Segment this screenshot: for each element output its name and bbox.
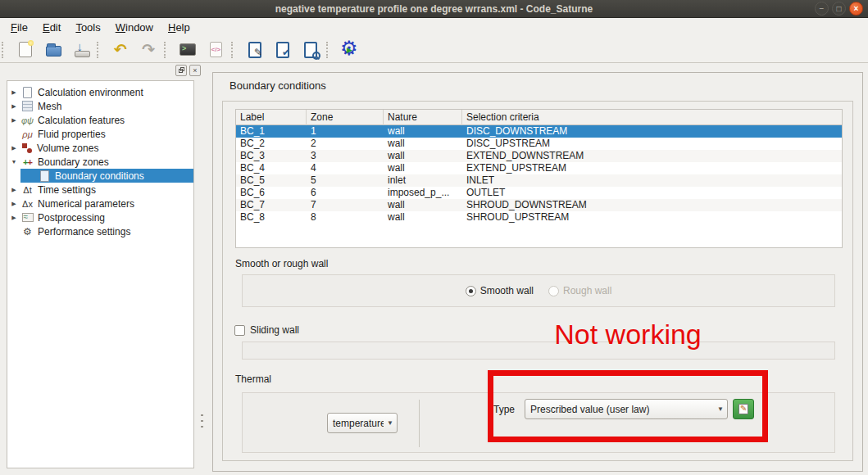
collapse-arrow-icon[interactable]: ▼ xyxy=(7,159,20,165)
tree-item-mesh[interactable]: ▶ Mesh xyxy=(7,99,193,113)
annotation-rectangle xyxy=(488,370,768,442)
navigation-tree: ▶ Calculation environment ▶ Mesh ▶ φψCal… xyxy=(7,80,194,468)
xml-code-icon xyxy=(210,42,222,57)
annotation-text: Not working xyxy=(525,319,730,351)
column-header-zone[interactable]: Zone xyxy=(307,110,384,125)
check-document-icon: ✔ xyxy=(276,42,289,58)
sliding-wall-label: Sliding wall xyxy=(250,324,299,336)
tree-item-fluid-properties[interactable]: ρμFluid properties xyxy=(7,127,193,141)
expand-arrow-icon[interactable]: ▶ xyxy=(7,215,20,221)
float-dock-button[interactable] xyxy=(175,65,187,76)
undo-button[interactable]: ↶ xyxy=(110,39,131,61)
column-header-criteria[interactable]: Selection criteria xyxy=(462,110,842,125)
expand-arrow-icon[interactable]: ▶ xyxy=(7,145,20,152)
tree-item-boundary-conditions[interactable]: Boundary conditions xyxy=(7,169,193,183)
window-controls: − □ × xyxy=(815,2,863,16)
close-button[interactable]: × xyxy=(849,2,863,16)
smooth-wall-option[interactable]: Smooth wall xyxy=(466,285,534,296)
expand-arrow-icon[interactable]: ▶ xyxy=(7,201,20,207)
rough-wall-option[interactable]: Rough wall xyxy=(548,285,611,296)
menu-file[interactable]: File xyxy=(3,19,35,36)
toolbar-handle xyxy=(97,42,102,58)
expand-arrow-icon[interactable]: ▶ xyxy=(7,89,20,96)
view-xml-button[interactable] xyxy=(205,39,226,61)
sliding-wall-checkbox[interactable] xyxy=(234,325,245,336)
expand-arrow-icon[interactable]: ▶ xyxy=(7,187,20,193)
redo-icon: ↷ xyxy=(142,42,155,57)
boundary-zones-icon: ++ xyxy=(21,156,34,168)
menu-tools[interactable]: Tools xyxy=(68,19,107,36)
page-title: Boundary conditions xyxy=(229,79,326,92)
menu-edit[interactable]: Edit xyxy=(35,19,68,36)
open-file-button[interactable] xyxy=(43,39,64,61)
toolbar: ↶ ↷ ✎ ✔ ⚙▶ xyxy=(0,37,868,63)
rho-mu-icon: ρμ xyxy=(21,128,34,140)
splitter-handle[interactable] xyxy=(201,414,203,429)
redo-button[interactable]: ↷ xyxy=(138,39,159,61)
thermal-label: Thermal xyxy=(235,373,271,385)
mesh-grid-icon xyxy=(21,100,34,112)
preview-document-button[interactable] xyxy=(300,39,321,61)
tree-item-volume-zones[interactable]: ▶ Volume zones xyxy=(7,141,193,155)
edit-document-icon: ✎ xyxy=(248,42,261,58)
menu-bar: File Edit Tools Window Help xyxy=(0,18,868,37)
smooth-rough-wall-groupbox: Smooth wall Rough wall xyxy=(242,274,835,307)
column-header-nature[interactable]: Nature xyxy=(384,110,462,125)
toolbar-handle xyxy=(326,42,331,58)
table-row[interactable]: BC_7 7 wall SHROUD_DOWNSTREAM xyxy=(236,199,842,211)
maximize-button[interactable]: □ xyxy=(832,2,846,16)
dock-titlebar-buttons: × xyxy=(175,65,201,76)
sliding-wall-row: Sliding wall xyxy=(234,324,299,336)
table-row[interactable]: BC_8 8 wall SHROUD_UPSTREAM xyxy=(236,211,842,224)
tree-item-time-settings[interactable]: ▶ ΔtTime settings xyxy=(7,183,193,197)
toolbar-handle xyxy=(164,42,169,58)
table-row[interactable]: BC_6 6 imposed_p_... OUTLET xyxy=(236,187,842,199)
tree-item-performance-settings[interactable]: ⚙Performance settings xyxy=(7,224,193,238)
expand-arrow-icon[interactable]: ▶ xyxy=(7,117,20,124)
tree-item-calculation-features[interactable]: ▶ φψCalculation features xyxy=(7,113,193,127)
chart-icon xyxy=(21,211,34,224)
minimize-button[interactable]: − xyxy=(815,2,829,16)
tree-item-numerical-parameters[interactable]: ▶ ΔxNumerical parameters xyxy=(7,197,193,210)
search-document-icon xyxy=(304,42,317,58)
table-row[interactable]: BC_5 5 inlet INLET xyxy=(236,174,842,187)
table-row[interactable]: BC_3 3 wall EXTEND_DOWNSTREAM xyxy=(236,150,842,162)
chevron-down-icon: ▼ xyxy=(384,419,397,427)
document-icon xyxy=(39,170,51,182)
tree-item-boundary-zones[interactable]: ▼ ++Boundary zones xyxy=(7,155,193,169)
save-icon xyxy=(74,42,89,57)
title-bar: negative temperature profile one degree … xyxy=(0,0,868,18)
edit-document-button[interactable]: ✎ xyxy=(244,39,266,61)
boundary-conditions-table: Label Zone Nature Selection criteria BC_… xyxy=(235,109,843,248)
close-dock-button[interactable]: × xyxy=(189,65,201,76)
table-header: Label Zone Nature Selection criteria xyxy=(236,110,842,125)
rough-wall-radio[interactable] xyxy=(548,286,559,296)
table-row[interactable]: BC_2 2 wall DISC_UPSTREAM xyxy=(236,138,842,150)
menu-window[interactable]: Window xyxy=(108,19,161,36)
new-file-button[interactable] xyxy=(15,39,36,61)
toolbar-handle xyxy=(2,42,7,58)
run-computation-button[interactable]: ⚙▶ xyxy=(339,39,361,61)
table-row[interactable]: BC_1 1 wall DISC_DOWNSTREAM xyxy=(236,125,842,138)
tree-item-postprocessing[interactable]: ▶ Postprocessing xyxy=(7,210,193,224)
toolbar-handle xyxy=(231,42,236,58)
terminal-icon xyxy=(180,43,196,56)
delta-t-icon: Δt xyxy=(21,183,34,196)
gear-icon: ⚙ xyxy=(21,225,34,238)
check-document-button[interactable]: ✔ xyxy=(272,39,293,61)
column-header-label[interactable]: Label xyxy=(236,110,307,125)
window-title: negative temperature profile one degree … xyxy=(275,3,593,15)
save-file-button[interactable] xyxy=(70,39,92,61)
expand-arrow-icon[interactable]: ▶ xyxy=(7,103,20,110)
undo-icon: ↶ xyxy=(114,42,127,57)
tree-item-calculation-environment[interactable]: ▶ Calculation environment xyxy=(7,85,193,99)
smooth-wall-radio[interactable] xyxy=(466,286,476,296)
table-row[interactable]: BC_4 4 wall EXTEND_UPSTREAM xyxy=(236,162,842,174)
thermal-scalar-combobox[interactable]: temperature ▼ xyxy=(327,413,398,433)
new-file-icon xyxy=(19,42,32,57)
vertical-separator xyxy=(419,400,420,447)
open-terminal-button[interactable] xyxy=(177,39,198,61)
menu-help[interactable]: Help xyxy=(161,19,198,36)
phi-psi-icon: φψ xyxy=(21,114,34,126)
open-folder-icon xyxy=(46,46,61,57)
